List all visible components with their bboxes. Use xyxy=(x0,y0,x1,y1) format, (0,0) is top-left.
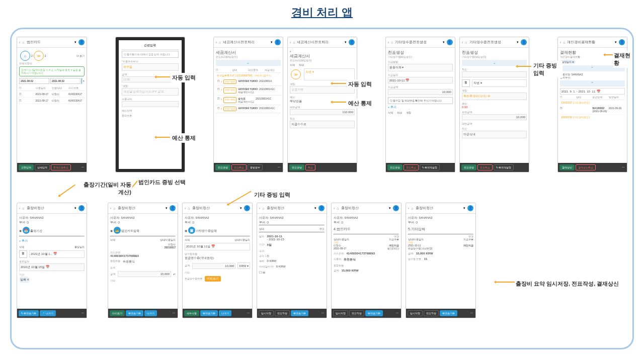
preview-button[interactable]: 미리보기 xyxy=(205,276,221,282)
start-date[interactable]: 2021년 10월 1... 📅 xyxy=(29,250,85,258)
dept-input[interactable]: 재무팀 xyxy=(122,63,179,71)
list-item[interactable]: ☐›전표미생성HAYASHI YUKIO2021080141C xyxy=(216,105,281,113)
date-from[interactable] xyxy=(19,78,49,84)
exit-button[interactable]: 나가기 xyxy=(219,310,231,316)
create-button[interactable]: 전표생성 xyxy=(461,164,476,170)
back-icon[interactable]: ‹ xyxy=(388,41,389,44)
cancel-button[interactable]: 전표취소 xyxy=(404,164,419,170)
dropdown-icon[interactable]: ▾ xyxy=(74,40,76,44)
list-item[interactable]: ☐›전표미생성HAYASHI YUKIO세금계산서(고2021080141C xyxy=(216,86,281,96)
reset-button[interactable]: 화면초기화 xyxy=(440,310,457,316)
amount-input[interactable]: 15,000 xyxy=(118,271,171,277)
reset-button[interactable]: 화면초기화 xyxy=(200,310,218,316)
table-row[interactable]: ☐2021-08-17미정산4140030417 xyxy=(19,91,85,98)
home-icon[interactable]: ⌂ xyxy=(293,41,295,44)
undo-icon[interactable]: ↶ xyxy=(173,273,176,276)
approve-cancel-button[interactable]: 결재상신취소 xyxy=(576,164,596,170)
create-button[interactable]: 전표생성 xyxy=(215,164,230,170)
user-icon[interactable]: 👤 xyxy=(78,39,85,45)
date-range[interactable]: 2021. 9. 1. - 2021. 10. 11. 📅 xyxy=(560,88,625,95)
amount-input[interactable]: 10,000 xyxy=(192,263,235,269)
delete-icon[interactable]: 🗑 xyxy=(462,79,470,87)
create-button[interactable]: 전표작성 xyxy=(275,310,290,316)
debit-select[interactable]: 차변 ▾ xyxy=(472,79,527,87)
debit-amount[interactable]: 10,000 xyxy=(462,114,527,120)
radio-icon[interactable]: ◉ xyxy=(185,229,187,232)
more-icon[interactable]: ⋯ xyxy=(80,164,85,170)
simple-input-button[interactable]: 간편입력 xyxy=(19,164,34,170)
note-input[interactable]: 지급수수료 xyxy=(290,121,355,128)
radio-icon[interactable]: ◉ xyxy=(19,229,22,232)
pay-method[interactable]: 은행이체 ▾ xyxy=(388,64,453,71)
save-button[interactable]: 임시저장 xyxy=(333,310,348,316)
user-icon[interactable]: 👤 xyxy=(349,39,355,45)
action-icon[interactable]: ≫ xyxy=(291,69,301,79)
exit-button[interactable]: ↗ 나가기 xyxy=(40,310,55,316)
save-button[interactable]: 임시저장 xyxy=(408,310,423,316)
cancel-request-button[interactable]: 문제요청취소 xyxy=(51,164,71,170)
close-icon[interactable]: × xyxy=(83,79,85,82)
tab-all[interactable]: ⌂ xyxy=(20,51,30,61)
debit-select[interactable]: 차변 ▾ xyxy=(304,68,355,80)
home-icon[interactable]: ⌂ xyxy=(22,41,24,44)
attach-button[interactable]: 증빙첨부 xyxy=(248,164,263,170)
create-button[interactable]: 전표작성 xyxy=(349,310,364,316)
approve-button[interactable]: 결재상신 xyxy=(559,164,575,170)
end-date[interactable]: 2021년 10월 15일 📅 xyxy=(19,263,85,271)
back-icon[interactable]: ‹ xyxy=(560,41,561,44)
add-button[interactable]: + 추가 xyxy=(19,239,85,243)
currency-select[interactable]: KRW ▾ xyxy=(237,262,250,269)
home-icon[interactable]: ⌂ xyxy=(563,41,565,44)
back-icon[interactable]: ‹ xyxy=(216,41,217,44)
preview-button[interactable]: 미리보기 xyxy=(110,310,125,316)
add-button[interactable]: + 추가 xyxy=(388,105,453,110)
credit-amount[interactable]: 110,000 xyxy=(290,109,355,115)
table-row[interactable]: ☐2021-08-17미정산4140030417 xyxy=(19,98,85,104)
create-button[interactable]: 전표생성 xyxy=(289,164,304,170)
user-icon[interactable]: 👤 xyxy=(275,39,281,45)
reset-button[interactable]: 화면초기화 xyxy=(126,310,143,316)
user-icon[interactable]: 👤 xyxy=(447,39,453,45)
home-icon[interactable]: ⌂ xyxy=(465,41,467,44)
back-icon[interactable]: ‹ xyxy=(290,50,355,53)
exit-button[interactable]: 나가기 xyxy=(144,310,157,316)
cancel-button[interactable]: 전표취소 xyxy=(477,164,493,170)
pay-amount[interactable]: 10,000 xyxy=(388,89,453,95)
account-input[interactable]: 계정을 입력하십시오 (F4 검색... xyxy=(122,88,179,96)
create-button[interactable]: 전표작성 xyxy=(424,310,439,316)
pay-date[interactable]: 2021-10-11 📅 xyxy=(388,77,453,83)
tab-pending[interactable]: ≫ xyxy=(34,51,44,61)
cancel-button[interactable]: 전표취소 xyxy=(231,164,247,170)
reset-button[interactable]: 화면초기화 xyxy=(365,310,383,316)
back-icon[interactable]: ‹ xyxy=(462,41,463,44)
account-input[interactable]: 복리후생비(식대) ⊗ xyxy=(462,93,527,100)
save-button[interactable]: 임시저장 xyxy=(259,310,274,316)
list-item[interactable]: ☐›전표미생성송석표세금계산서(고2021080141C xyxy=(216,96,281,105)
user-icon[interactable]: 👤 xyxy=(619,39,625,45)
reset-button[interactable]: ↻ 화면초기화 xyxy=(19,310,39,316)
table-row[interactable]: ☐BA100002(2021-09-26)2021-09-26 xyxy=(560,105,625,115)
account-input[interactable]: 공급가액 xyxy=(290,86,355,94)
detail-button[interactable]: 세부사항 xyxy=(184,310,199,316)
back-icon[interactable]: ‹ xyxy=(290,41,291,44)
date-to[interactable] xyxy=(50,78,80,84)
radio-icon[interactable]: ◉ xyxy=(110,229,113,232)
home-icon[interactable]: ⌂ xyxy=(219,41,221,44)
user-icon[interactable]: 👤 xyxy=(521,39,527,45)
detail-input-button[interactable]: 상세입력 xyxy=(35,164,50,170)
reset-button[interactable]: 화면초기화 xyxy=(291,310,308,316)
delete-icon[interactable]: 🗑 xyxy=(19,250,27,258)
back-icon[interactable]: ‹ xyxy=(19,41,20,44)
list-item[interactable]: ☐›전표미생성HAYASHI YUKIO202108014 xyxy=(216,78,281,86)
cancel-button[interactable]: 취소 xyxy=(305,164,315,170)
collapse-icon[interactable]: ⌄ xyxy=(216,60,281,66)
usage-input[interactable] xyxy=(122,101,179,107)
reset-button[interactable]: ↻ 화면재설정 xyxy=(494,164,514,170)
more-link[interactable]: 더 보기 xyxy=(76,54,85,57)
home-icon[interactable]: ⌂ xyxy=(391,41,393,44)
note-input[interactable]: 야근식대 xyxy=(462,131,527,138)
reset-button[interactable]: ↻ 화면재설정 xyxy=(420,164,440,170)
date-input[interactable]: 2021년 10월 11일 📅 xyxy=(185,243,250,250)
collapse-icon[interactable]: ⌃ xyxy=(560,80,625,86)
create-button[interactable]: 전표생성 xyxy=(387,164,403,170)
